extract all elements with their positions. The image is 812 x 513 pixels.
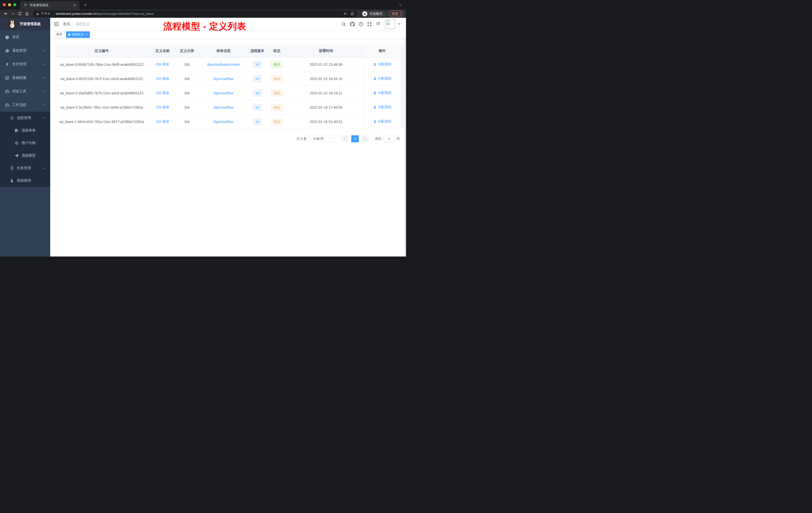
user-icon xyxy=(373,91,377,95)
broken-image-icon xyxy=(386,20,390,25)
cell-definition-name: OA 请假 xyxy=(148,86,177,100)
chevron-down-icon xyxy=(43,49,46,52)
assign-rule-button[interactable]: 分配规则 xyxy=(373,62,392,66)
table-body: oa_leave:5:004b710b-7b8a-11ec-8ef0-acde4… xyxy=(55,57,401,129)
cell-category: OA xyxy=(177,100,197,115)
tag-close-icon[interactable]: × xyxy=(86,33,88,36)
definition-name-link[interactable]: OA 请假 xyxy=(156,119,169,123)
close-window-button[interactable] xyxy=(3,3,6,6)
next-page-button[interactable] xyxy=(361,135,369,142)
form-info-link[interactable]: /bpm/oa/flow xyxy=(213,105,233,110)
avatar[interactable] xyxy=(385,19,396,29)
fullscreen-icon[interactable] xyxy=(366,21,373,27)
favicon-plant-icon xyxy=(23,3,27,7)
zoom-window-button[interactable] xyxy=(13,3,16,6)
incognito-label: 无痕模式 xyxy=(369,11,382,16)
sidebar-item-payment[interactable]: ¥ 支付管理 xyxy=(0,58,50,71)
robot-icon xyxy=(14,141,19,145)
cell-form-info: /bpm/oa/flow xyxy=(197,100,250,115)
sidebar-item-process-form[interactable]: 流程表单 xyxy=(0,124,50,137)
prev-page-button[interactable] xyxy=(341,135,349,142)
org-tree-icon xyxy=(9,166,14,171)
form-info-link[interactable]: /bpm/oa/leave/create xyxy=(207,62,240,66)
assign-rule-button[interactable]: 分配规则 xyxy=(373,91,392,95)
tag-home[interactable]: 首页 xyxy=(54,31,64,38)
definition-name-link[interactable]: OA 请假 xyxy=(156,105,169,109)
search-icon[interactable] xyxy=(341,21,347,27)
sidebar-item-label: 系统管理 xyxy=(12,49,43,53)
sidebar-item-devtools[interactable]: 研发工具 xyxy=(0,85,50,98)
reload-button[interactable] xyxy=(16,10,23,17)
form-icon xyxy=(14,128,19,133)
sidebar-item-user-group[interactable]: 用户分组 xyxy=(0,137,50,149)
cell-category: OA xyxy=(177,57,197,71)
tab-search-chevron-icon[interactable] xyxy=(399,3,402,7)
tag-process-definition[interactable]: 流程定义 × xyxy=(66,31,90,38)
font-size-icon[interactable]: TT xyxy=(375,21,381,27)
browser-tab[interactable]: 芋道管理系统 ✕ xyxy=(20,1,79,9)
assign-rule-button[interactable]: 分配规则 xyxy=(373,105,392,110)
chevron-down-icon xyxy=(330,137,333,140)
assign-rule-button[interactable]: 分配规则 xyxy=(373,119,392,124)
sidebar-item-home[interactable]: 首页 xyxy=(0,30,50,44)
table-row: oa_leave:2:3c1f0ef1-76b1-11ec-9c66-a2380… xyxy=(55,100,401,115)
form-info-link[interactable]: /bpm/oa/flow xyxy=(213,120,233,124)
chevron-down-icon xyxy=(43,167,46,170)
address-bar[interactable]: 不安全 dashboard.yudao.iocoder.cn/bpm/manag… xyxy=(33,10,357,17)
breadcrumb-home[interactable]: 首页 xyxy=(63,22,70,26)
password-key-icon[interactable] xyxy=(344,11,348,16)
github-icon[interactable] xyxy=(349,21,355,27)
cell-deploy-time: 2022-01-16 17:46:53 xyxy=(289,100,363,115)
tag-label: 流程定义 xyxy=(72,32,84,37)
form-info-link[interactable]: /bpm/oa/flow xyxy=(213,77,233,81)
table-gutter xyxy=(400,45,404,129)
cell-definition-id: oa_leave:5:004b710b-7b8a-11ec-8ef0-acde4… xyxy=(55,57,148,71)
sidebar-item-infrastructure[interactable]: 基础设施 xyxy=(0,71,50,85)
tab-close-icon[interactable]: ✕ xyxy=(72,3,77,7)
browser-toolbar: 不安全 dashboard.yudao.iocoder.cn/bpm/manag… xyxy=(0,9,406,18)
tag-label: 首页 xyxy=(56,32,62,37)
help-icon[interactable]: ? xyxy=(357,21,364,27)
sidebar-item-workflow[interactable]: 工作流程 xyxy=(0,98,50,112)
app-title: 芋道管理系统 xyxy=(20,22,41,26)
cell-status: 挂起 xyxy=(265,86,289,100)
sidebar-item-process-model[interactable]: 流程模型 xyxy=(0,149,50,162)
new-tab-button[interactable]: + xyxy=(82,2,88,8)
column-header-category: 定义分类 xyxy=(177,45,197,57)
version-badge: v1 xyxy=(253,118,262,125)
page-number-button[interactable]: 1 xyxy=(351,135,359,142)
sidebar: 芋道管理系统 首页 系统管理 ¥ 支付管理 xyxy=(0,18,50,256)
minimize-window-button[interactable] xyxy=(8,3,11,6)
assign-rule-button[interactable]: 分配规则 xyxy=(373,76,392,81)
chevron-down-icon xyxy=(43,90,46,93)
hamburger-icon[interactable] xyxy=(54,22,59,27)
forward-button[interactable] xyxy=(9,10,16,17)
sidebar-item-leave-query[interactable]: 请假查询 xyxy=(0,175,50,187)
security-warning-icon[interactable] xyxy=(36,12,39,16)
back-button[interactable] xyxy=(2,10,9,17)
update-menu-button[interactable]: 更新 xyxy=(388,10,404,17)
sidebar-item-label: 基础设施 xyxy=(12,76,43,80)
sidebar-logo[interactable]: 芋道管理系统 xyxy=(0,18,50,30)
definition-name-link[interactable]: OA 请假 xyxy=(156,77,169,81)
gear-icon xyxy=(5,49,9,53)
page-size-select[interactable]: 10条/页 xyxy=(310,135,335,142)
avatar-caret-icon[interactable] xyxy=(398,23,401,25)
cell-definition-name: OA 请假 xyxy=(148,115,177,129)
main-area: 流程模型 - 定义列表 首页 / 流程定义 ? xyxy=(50,18,406,256)
column-header-form-info: 表单信息 xyxy=(197,45,250,57)
definition-name-link[interactable]: OA 请假 xyxy=(156,91,169,95)
goto-page-input[interactable] xyxy=(383,135,395,142)
definition-name-link[interactable]: OA 请假 xyxy=(156,62,169,66)
bookmark-star-icon[interactable] xyxy=(350,11,354,16)
page-scrollbar[interactable] xyxy=(404,18,406,256)
url-text[interactable]: dashboard.yudao.iocoder.cn/bpm/manager/d… xyxy=(56,12,341,16)
active-dot xyxy=(68,34,70,36)
form-info-link[interactable]: /bpm/oa/flow xyxy=(213,91,233,95)
cell-status: 激活 xyxy=(265,57,289,71)
sidebar-item-system[interactable]: 系统管理 xyxy=(0,44,50,58)
column-header-actions: 操作 xyxy=(363,45,401,57)
sidebar-item-task-management[interactable]: 任务管理 xyxy=(0,162,50,175)
home-button[interactable] xyxy=(23,10,30,17)
sidebar-item-process-management[interactable]: 流程管理 xyxy=(0,112,50,124)
